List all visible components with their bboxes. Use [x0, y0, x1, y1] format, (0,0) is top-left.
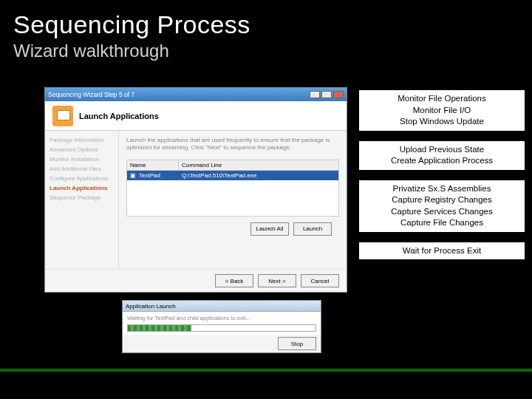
- grid-row-selected[interactable]: ▣ TextPad Q:\TextPad.510\TextPad.exe: [127, 171, 338, 180]
- slide-subtitle: Wizard walkthrough: [0, 39, 532, 70]
- cancel-button[interactable]: Cancel: [301, 274, 339, 287]
- grid-header: Name Command Line: [126, 160, 339, 171]
- note-2: Upload Previous StateCreate Application …: [359, 141, 525, 170]
- wizard-titlebar: Sequencing Wizard Step 5 of 7: [45, 88, 347, 101]
- wizard-nav-buttons: < Back Next > Cancel: [45, 269, 347, 292]
- grid-body: ▣ TextPad Q:\TextPad.510\TextPad.exe: [126, 171, 339, 216]
- titlebar-buttons: [310, 91, 344, 98]
- launch-dialog: Application Launch Waiting for TextPad a…: [122, 300, 321, 353]
- launch-buttons: Launch All Launch: [126, 222, 339, 240]
- progress-bar: [127, 324, 316, 332]
- banner-title: Launch Applications: [79, 112, 159, 120]
- footer-divider: [0, 368, 532, 372]
- launch-dialog-title: Application Launch: [123, 301, 321, 312]
- back-button[interactable]: < Back: [215, 274, 253, 287]
- wizard-side-nav: Package Information Advanced Options Mon…: [45, 131, 119, 269]
- side-item-4: Configure Applications: [48, 174, 115, 183]
- left-column: Sequencing Wizard Step 5 of 7 Launch App…: [0, 87, 355, 365]
- side-item-1: Advanced Options: [48, 145, 115, 154]
- right-column: Monitor File OperationsMonitor File I/OS…: [355, 87, 532, 365]
- note-4: Wait for Process Exit: [359, 242, 525, 260]
- side-item-0: Package Information: [48, 135, 115, 145]
- wizard-window: Sequencing Wizard Step 5 of 7 Launch App…: [44, 87, 347, 293]
- progress-fill: [128, 325, 191, 331]
- side-item-6: Sequence Package: [48, 193, 115, 202]
- wizard-banner: Launch Applications: [45, 101, 347, 131]
- launch-dialog-message: Waiting for TextPad and child applicatio…: [127, 315, 250, 321]
- launch-all-button[interactable]: Launch All: [250, 222, 289, 236]
- launch-button[interactable]: Launch: [293, 222, 332, 236]
- col-cmd: Command Line: [179, 160, 338, 170]
- col-name: Name: [127, 160, 179, 170]
- note-1: Monitor File OperationsMonitor File I/OS…: [359, 90, 525, 131]
- stop-button[interactable]: Stop: [278, 337, 316, 350]
- slide-title: Sequencing Process: [0, 0, 532, 39]
- launch-dialog-buttons: Stop: [123, 335, 321, 352]
- wizard-body: Package Information Advanced Options Mon…: [45, 131, 347, 269]
- package-icon: [52, 106, 73, 126]
- minimize-button[interactable]: [310, 91, 320, 98]
- next-button[interactable]: Next >: [258, 274, 296, 287]
- wizard-window-title: Sequencing Wizard Step 5 of 7: [48, 91, 134, 98]
- wizard-description: Launch the applications that are used fr…: [126, 137, 339, 152]
- row-cmd: Q:\TextPad.510\TextPad.exe: [179, 171, 338, 180]
- side-item-5: Launch Applications: [48, 183, 115, 193]
- side-item-3: Add Additional Files: [48, 164, 115, 174]
- content-area: Sequencing Wizard Step 5 of 7 Launch App…: [0, 87, 532, 365]
- row-name: TextPad: [136, 171, 179, 180]
- side-item-2: Monitor Installation: [48, 154, 115, 164]
- maximize-button[interactable]: [321, 91, 332, 98]
- wizard-main: Launch the applications that are used fr…: [119, 131, 347, 269]
- app-icon: ▣: [127, 171, 136, 180]
- close-button[interactable]: [333, 91, 344, 98]
- note-3: Privatize Sx.S AssembliesCapture Registr…: [359, 180, 525, 232]
- launch-dialog-body: Waiting for TextPad and child applicatio…: [123, 312, 321, 335]
